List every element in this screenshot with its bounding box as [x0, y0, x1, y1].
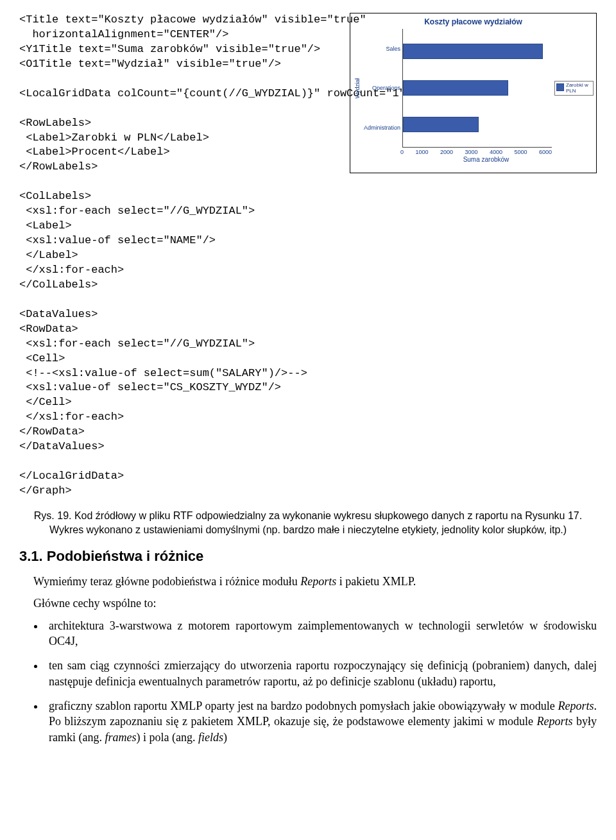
chart-cat-2: Administration [364, 124, 400, 131]
chart-thumbnail: Koszty płacowe wydziałów Wydział Sales O… [350, 13, 597, 173]
b3a: graficzny szablon raportu XMLP oparty je… [49, 699, 558, 712]
xtick-5: 5000 [514, 149, 527, 155]
chart-y-categories: Sales Operations Administration [362, 29, 402, 148]
chart-xlabel: Suma zarobków [379, 156, 594, 163]
para1-lead: Wymieńmy teraz główne podobieństwa i róż… [33, 575, 300, 588]
xtick-2: 2000 [440, 149, 453, 155]
legend-swatch-icon [556, 83, 564, 91]
paragraph-2: Główne cechy wspólne to: [19, 596, 597, 611]
chart-bar-1 [403, 80, 508, 96]
list-item: ten sam ciąg czynności zmierzający do ut… [45, 658, 597, 689]
legend-label: Zarobki w PLN [566, 83, 592, 94]
b3f: frames [105, 731, 136, 744]
chart-body: Wydział Sales Operations Administration … [353, 29, 594, 148]
b3i: ) [223, 731, 227, 744]
xtick-3: 3000 [465, 149, 477, 155]
para1-ital: Reports [300, 575, 336, 588]
xtick-6: 6000 [539, 149, 552, 155]
chart-legend: Zarobki w PLN [554, 81, 594, 96]
list-item: graficzny szablon raportu XMLP oparty je… [45, 698, 597, 745]
chart-cat-0: Sales [386, 46, 400, 52]
xtick-1: 1000 [415, 149, 428, 155]
list-item: architektura 3-warstwowa z motorem rapor… [45, 618, 597, 649]
chart-x-ticks: 0 1000 2000 3000 4000 5000 6000 [400, 149, 552, 155]
section-heading-3-1: 3.1. Podobieństwa i różnice [19, 548, 597, 565]
paragraph-1: Wymieńmy teraz główne podobieństwa i róż… [19, 574, 597, 589]
chart-ylabel: Wydział [353, 78, 362, 98]
chart-cat-1: Operations [372, 85, 400, 91]
chart-bar-2 [403, 117, 479, 132]
b3h: fields [198, 731, 223, 744]
para1-tail: i pakietu XMLP. [336, 575, 416, 588]
chart-bar-0 [403, 44, 543, 59]
bullet-list: architektura 3-warstwowa z motorem rapor… [19, 618, 597, 745]
xtick-0: 0 [400, 149, 404, 155]
chart-plot-area [402, 29, 552, 148]
b3d: Reports [536, 715, 572, 728]
chart-title: Koszty płacowe wydziałów [353, 17, 594, 26]
b3g: ) i pola (ang. [136, 731, 198, 744]
figure-caption: Rys. 19. Kod źródłowy w pliku RTF odpowi… [19, 509, 597, 536]
b3b: Reports [558, 699, 594, 712]
xtick-4: 4000 [490, 149, 502, 155]
